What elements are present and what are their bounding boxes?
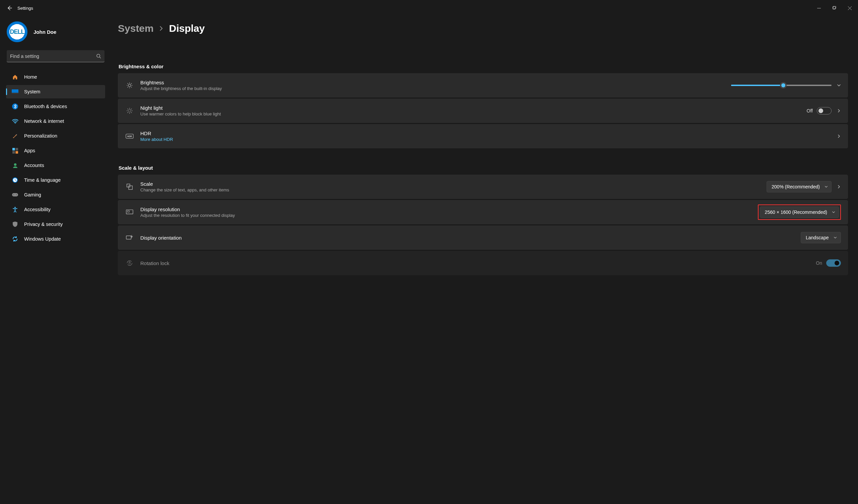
accessibility-icon <box>11 207 19 212</box>
svg-rect-10 <box>15 151 18 153</box>
card-scale[interactable]: Scale Change the size of text, apps, and… <box>118 175 848 199</box>
sidebar-item-label: Gaming <box>24 192 41 197</box>
sidebar-item-label: Windows Update <box>24 236 61 242</box>
night-light-icon <box>125 107 134 114</box>
svg-rect-24 <box>126 210 133 214</box>
rotation-lock-toggle <box>826 259 841 267</box>
main-content: System Display Brightness & color Bright… <box>111 16 858 504</box>
search-input[interactable] <box>10 53 96 59</box>
svg-rect-8 <box>15 148 18 151</box>
sidebar-item-privacy[interactable]: Privacy & security <box>6 217 105 231</box>
svg-rect-22 <box>127 184 130 187</box>
card-brightness[interactable]: Brightness Adjust the brightness of the … <box>118 73 848 97</box>
update-icon <box>11 236 19 242</box>
svg-point-15 <box>13 194 14 195</box>
window-title: Settings <box>17 6 33 11</box>
svg-rect-9 <box>12 151 15 153</box>
sidebar-item-gaming[interactable]: Gaming <box>6 188 105 201</box>
svg-rect-23 <box>129 186 132 190</box>
paintbrush-icon <box>11 133 19 139</box>
sidebar-item-system[interactable]: System <box>6 85 105 98</box>
card-title: Rotation lock <box>140 260 170 266</box>
chevron-down-icon[interactable] <box>837 83 841 87</box>
card-night-light[interactable]: Night light Use warmer colors to help bl… <box>118 99 848 123</box>
card-resolution[interactable]: Display resolution Adjust the resolution… <box>118 200 848 224</box>
sidebar-item-network[interactable]: Network & internet <box>6 114 105 128</box>
svg-point-19 <box>128 110 131 112</box>
card-hdr[interactable]: HDR HDR More about HDR <box>118 124 848 148</box>
annotation-highlight: 2560 × 1600 (Recommended) <box>758 205 841 220</box>
sidebar-item-label: Bluetooth & devices <box>24 104 67 109</box>
card-title: Display resolution <box>140 207 235 212</box>
person-icon <box>11 163 19 168</box>
sidebar-item-bluetooth[interactable]: Bluetooth & devices <box>6 100 105 113</box>
chevron-right-icon[interactable] <box>837 185 841 189</box>
scale-dropdown[interactable]: 200% (Recommended) <box>766 181 831 192</box>
night-light-toggle[interactable] <box>817 107 831 114</box>
sidebar-item-label: Privacy & security <box>24 222 63 227</box>
search-box[interactable] <box>7 50 105 62</box>
avatar: DELL <box>7 21 28 42</box>
gamepad-icon <box>11 192 19 197</box>
toggle-state-label: Off <box>807 108 813 113</box>
sidebar-item-time[interactable]: Time & language <box>6 173 105 187</box>
svg-rect-26 <box>126 236 131 239</box>
card-title: HDR <box>140 131 173 136</box>
card-title: Night light <box>140 105 221 111</box>
sun-icon <box>125 82 134 89</box>
chevron-down-icon <box>833 236 837 239</box>
svg-rect-25 <box>128 211 129 212</box>
avatar-text: DELL <box>10 29 25 35</box>
sidebar-item-label: Personalization <box>24 133 57 139</box>
chevron-down-icon <box>825 185 828 189</box>
svg-rect-27 <box>129 262 131 264</box>
apps-icon <box>11 148 19 153</box>
chevron-right-icon[interactable] <box>837 109 841 113</box>
resolution-icon <box>125 209 134 215</box>
orientation-icon <box>125 234 134 241</box>
wifi-icon <box>11 119 19 124</box>
account-block[interactable]: DELL John Doe <box>0 19 111 50</box>
sidebar-item-label: Accessibility <box>24 207 51 212</box>
card-rotation-lock: Rotation lock On <box>118 251 848 275</box>
svg-point-17 <box>14 207 16 208</box>
sidebar-item-apps[interactable]: Apps <box>6 144 105 157</box>
sidebar-item-accounts[interactable]: Accounts <box>6 159 105 172</box>
svg-rect-14 <box>12 193 18 196</box>
sidebar-item-update[interactable]: Windows Update <box>6 232 105 246</box>
minimize-button[interactable] <box>811 3 827 13</box>
sidebar-item-home[interactable]: Home <box>6 70 105 84</box>
maximize-button[interactable] <box>827 3 842 13</box>
back-button[interactable] <box>7 5 12 11</box>
hdr-icon: HDR <box>125 133 134 139</box>
dropdown-value: 200% (Recommended) <box>772 184 820 190</box>
orientation-dropdown[interactable]: Landscape <box>801 232 841 243</box>
sidebar-item-accessibility[interactable]: Accessibility <box>6 203 105 216</box>
chevron-right-icon[interactable] <box>837 134 841 138</box>
close-button[interactable] <box>842 3 857 13</box>
home-icon <box>11 74 19 80</box>
sidebar-item-label: System <box>24 89 40 94</box>
breadcrumb-current: Display <box>169 23 205 34</box>
section-header-scale: Scale & layout <box>118 165 848 171</box>
sidebar: DELL John Doe Home <box>0 16 111 504</box>
hdr-more-link[interactable]: More about HDR <box>140 137 173 142</box>
scale-icon <box>125 183 134 191</box>
card-subtitle: Change the size of text, apps, and other… <box>140 188 229 192</box>
sidebar-item-label: Time & language <box>24 177 61 183</box>
svg-point-6 <box>15 123 15 123</box>
dropdown-value: Landscape <box>806 235 829 240</box>
user-name: John Doe <box>33 29 56 35</box>
brightness-slider[interactable] <box>731 82 831 89</box>
titlebar: Settings <box>0 0 858 16</box>
sidebar-item-label: Accounts <box>24 163 44 168</box>
svg-text:HDR: HDR <box>127 135 132 137</box>
sidebar-item-label: Home <box>24 74 37 80</box>
sidebar-item-personalization[interactable]: Personalization <box>6 129 105 143</box>
shield-icon <box>11 221 19 227</box>
card-orientation[interactable]: Display orientation Landscape <box>118 226 848 250</box>
resolution-dropdown[interactable]: 2560 × 1600 (Recommended) <box>760 207 839 218</box>
nav-list: Home System Bluetooth & devices Network … <box>0 69 111 504</box>
clock-icon <box>11 177 19 183</box>
breadcrumb-parent[interactable]: System <box>118 23 154 34</box>
